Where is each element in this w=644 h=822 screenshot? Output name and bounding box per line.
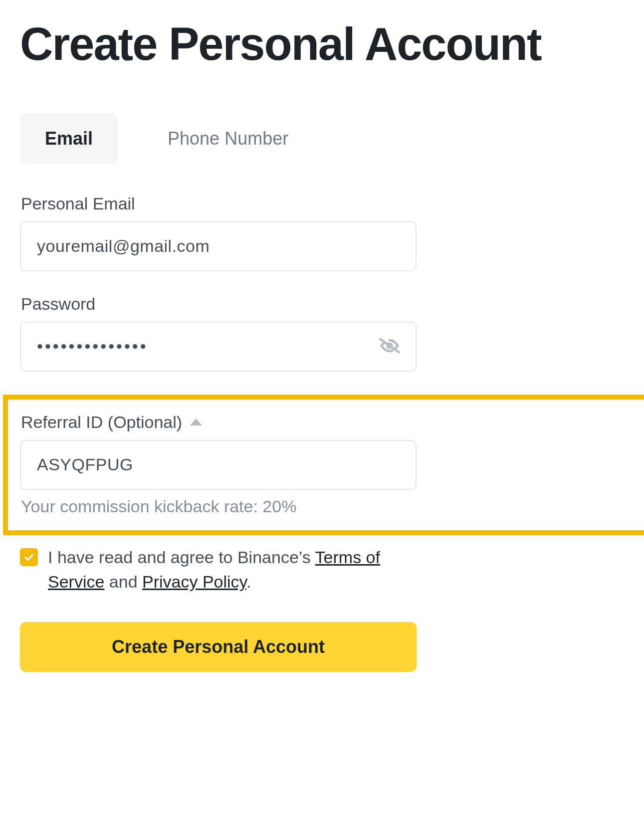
- email-field-block: Personal Email: [20, 194, 417, 271]
- email-label: Personal Email: [21, 194, 417, 213]
- password-input-wrap: [20, 322, 417, 372]
- password-field-block: Password: [20, 294, 417, 372]
- agree-prefix: I have read and agree to Binance’s: [48, 548, 315, 567]
- tab-email[interactable]: Email: [20, 113, 118, 164]
- create-account-button[interactable]: Create Personal Account: [20, 622, 417, 672]
- password-label: Password: [21, 294, 417, 314]
- referral-input-wrap: [20, 440, 417, 490]
- password-input[interactable]: [36, 336, 401, 357]
- agree-row: I have read and agree to Binance’s Terms…: [20, 545, 417, 595]
- privacy-policy-link[interactable]: Privacy Policy: [142, 572, 246, 591]
- referral-label: Referral ID (Optional): [21, 412, 182, 432]
- eye-off-icon: [379, 335, 401, 359]
- caret-up-icon[interactable]: [190, 418, 202, 425]
- agree-mid: and: [104, 572, 142, 591]
- commission-kickback-text: Your commission kickback rate: 20%: [21, 497, 644, 516]
- page-title: Create Personal Account: [20, 20, 624, 68]
- email-input-wrap: [20, 221, 417, 271]
- tab-phone-number[interactable]: Phone Number: [143, 113, 313, 164]
- account-type-tabs: Email Phone Number: [20, 113, 417, 164]
- referral-id-input[interactable]: [36, 454, 401, 475]
- toggle-password-visibility-button[interactable]: [378, 335, 402, 359]
- agree-suffix: .: [246, 572, 251, 591]
- check-icon: [23, 551, 35, 563]
- referral-highlight-box: Referral ID (Optional) Your commission k…: [3, 395, 644, 535]
- agree-checkbox[interactable]: [20, 548, 38, 566]
- agree-text: I have read and agree to Binance’s Terms…: [48, 545, 417, 595]
- email-input[interactable]: [36, 236, 401, 256]
